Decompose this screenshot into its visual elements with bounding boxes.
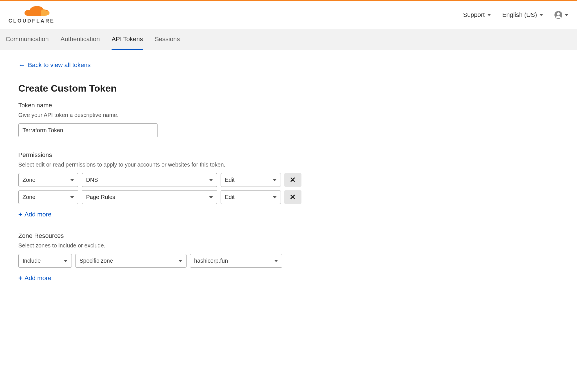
- content: ← Back to view all tokens Create Custom …: [0, 50, 310, 307]
- tab-sessions[interactable]: Sessions: [155, 29, 180, 50]
- add-zone-resource-label: Add more: [25, 274, 51, 282]
- logo[interactable]: CLOUDFLARE: [8, 6, 55, 24]
- arrow-left-icon: ←: [18, 62, 25, 68]
- back-link[interactable]: ← Back to view all tokens: [18, 61, 91, 69]
- close-icon: ✕: [290, 176, 296, 184]
- zone-resource-row: Include Specific zone hashicorp.fun: [18, 254, 301, 268]
- remove-permission-button[interactable]: ✕: [284, 173, 301, 187]
- header-right: Support English (US): [463, 11, 569, 19]
- tabs-bar: Communication Authentication API Tokens …: [0, 29, 577, 50]
- user-icon: [554, 11, 562, 19]
- plus-icon: +: [18, 275, 22, 282]
- permission-resource-value: Page Rules: [86, 194, 115, 200]
- tabs: Communication Authentication API Tokens …: [6, 29, 571, 50]
- permission-row: Zone DNS Edit ✕: [18, 173, 301, 187]
- permissions-section: Permissions Select edit or read permissi…: [18, 151, 301, 218]
- back-link-label: Back to view all tokens: [28, 61, 91, 69]
- permission-resource-value: DNS: [86, 177, 98, 183]
- zone-scope-select[interactable]: Specific zone: [75, 254, 187, 268]
- zone-resources-help: Select zones to include or exclude.: [18, 242, 301, 249]
- token-name-help: Give your API token a descriptive name.: [18, 112, 301, 118]
- caret-down-icon: [273, 196, 277, 198]
- permission-level-value: Edit: [225, 177, 234, 183]
- header: CLOUDFLARE Support English (US): [0, 1, 577, 29]
- language-label: English (US): [502, 11, 537, 19]
- permission-scope-select[interactable]: Zone: [18, 173, 78, 187]
- tab-authentication[interactable]: Authentication: [61, 29, 100, 50]
- support-dropdown[interactable]: Support: [463, 11, 491, 19]
- tab-communication[interactable]: Communication: [6, 29, 49, 50]
- permission-scope-select[interactable]: Zone: [18, 190, 78, 204]
- caret-down-icon: [209, 179, 213, 181]
- add-permission-label: Add more: [25, 211, 51, 218]
- token-name-input[interactable]: [18, 123, 158, 137]
- zone-value-value: hashicorp.fun: [194, 258, 228, 264]
- close-icon: ✕: [290, 193, 296, 201]
- support-label: Support: [463, 11, 485, 19]
- zone-mode-select[interactable]: Include: [18, 254, 72, 268]
- remove-permission-button[interactable]: ✕: [284, 190, 301, 204]
- caret-down-icon: [178, 260, 182, 262]
- caret-down-icon: [70, 196, 74, 198]
- account-dropdown[interactable]: [554, 11, 569, 19]
- caret-down-icon: [565, 14, 569, 16]
- permission-resource-select[interactable]: Page Rules: [82, 190, 217, 204]
- zone-mode-value: Include: [23, 258, 41, 264]
- permissions-label: Permissions: [18, 151, 301, 159]
- caret-down-icon: [70, 179, 74, 181]
- caret-down-icon: [64, 260, 68, 262]
- permissions-help: Select edit or read permissions to apply…: [18, 161, 301, 168]
- zone-resources-label: Zone Resources: [18, 232, 301, 240]
- caret-down-icon: [539, 14, 543, 16]
- add-permission-button[interactable]: + Add more: [18, 211, 51, 218]
- token-name-section: Token name Give your API token a descrip…: [18, 102, 301, 137]
- zone-scope-value: Specific zone: [79, 258, 113, 264]
- brand-name: CLOUDFLARE: [8, 18, 55, 24]
- cloudflare-cloud-icon: [8, 6, 54, 17]
- caret-down-icon: [274, 260, 278, 262]
- permission-row: Zone Page Rules Edit ✕: [18, 190, 301, 204]
- language-dropdown[interactable]: English (US): [502, 11, 543, 19]
- tab-api-tokens[interactable]: API Tokens: [112, 29, 143, 50]
- caret-down-icon: [273, 179, 277, 181]
- token-name-label: Token name: [18, 102, 301, 109]
- page-title: Create Custom Token: [18, 83, 301, 94]
- caret-down-icon: [209, 196, 213, 198]
- permission-scope-value: Zone: [23, 177, 35, 183]
- permission-scope-value: Zone: [23, 194, 35, 200]
- zone-value-select[interactable]: hashicorp.fun: [190, 254, 282, 268]
- permission-level-select[interactable]: Edit: [221, 173, 281, 187]
- permission-resource-select[interactable]: DNS: [82, 173, 217, 187]
- caret-down-icon: [487, 14, 491, 16]
- plus-icon: +: [18, 211, 22, 218]
- add-zone-resource-button[interactable]: + Add more: [18, 274, 51, 282]
- zone-resources-section: Zone Resources Select zones to include o…: [18, 232, 301, 282]
- permission-level-value: Edit: [225, 194, 234, 200]
- permission-level-select[interactable]: Edit: [221, 190, 281, 204]
